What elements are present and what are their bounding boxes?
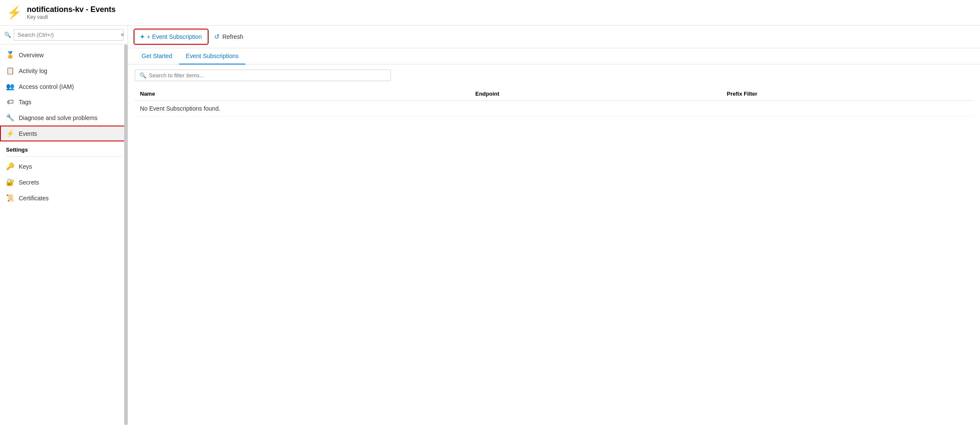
diagnose-icon: 🔧 — [6, 114, 15, 122]
filter-search-input[interactable] — [149, 72, 386, 79]
page-subtitle: Key vault — [27, 14, 116, 20]
sidebar-item-keys[interactable]: 🔑 Keys — [0, 158, 128, 174]
col-header-endpoint: Endpoint — [470, 87, 722, 101]
page-title: notifications-kv - Events — [27, 5, 116, 14]
settings-divider — [6, 156, 122, 157]
sidebar-scrollbar[interactable] — [124, 44, 128, 425]
sidebar-item-diagnose[interactable]: 🔧 Diagnose and solve problems — [0, 110, 128, 126]
sidebar-search-input[interactable] — [14, 29, 123, 41]
tags-icon: 🏷 — [6, 98, 15, 106]
subscriptions-table: Name Endpoint Prefix Filter No Event Sub… — [135, 87, 973, 117]
refresh-icon: ↺ — [214, 33, 220, 41]
table-header-row: Name Endpoint Prefix Filter — [135, 87, 973, 101]
toolbar: + + Event Subscription ↺ Refresh — [128, 26, 980, 48]
sidebar-item-access-control[interactable]: 👥 Access control (IAM) — [0, 79, 128, 94]
refresh-button[interactable]: ↺ Refresh — [209, 30, 248, 43]
content-area: + + Event Subscription ↺ Refresh Get Sta… — [128, 26, 980, 425]
page-header: ⚡ notifications-kv - Events Key vault — [0, 0, 980, 26]
sidebar-item-label: Overview — [19, 52, 44, 59]
tab-event-subscriptions-label: Event Subscriptions — [186, 53, 239, 59]
col-header-prefix-filter: Prefix Filter — [722, 87, 974, 101]
plus-icon: + — [140, 33, 144, 41]
refresh-label: Refresh — [222, 33, 243, 40]
sidebar-item-label: Events — [19, 130, 37, 137]
event-subscription-label: + Event Subscription — [147, 33, 202, 40]
tab-get-started[interactable]: Get Started — [135, 48, 179, 64]
sidebar-item-label: Certificates — [19, 195, 49, 202]
key-vault-icon: ⚡ — [7, 6, 22, 20]
certificates-icon: 📜 — [6, 194, 15, 202]
access-control-icon: 👥 — [6, 82, 15, 91]
search-icon: 🔍 — [4, 32, 11, 38]
activity-log-icon: 📋 — [6, 67, 15, 75]
keys-icon: 🔑 — [6, 162, 15, 170]
sidebar: 🔍 « 🏅 Overview 📋 Activity log 👥 Access — [0, 26, 128, 425]
sidebar-item-label: Diagnose and solve problems — [19, 114, 97, 121]
sidebar-item-label: Tags — [19, 99, 32, 106]
sidebar-item-label: Keys — [19, 163, 32, 170]
sidebar-item-tags[interactable]: 🏷 Tags — [0, 94, 128, 110]
sidebar-item-activity-log[interactable]: 📋 Activity log — [0, 63, 128, 79]
sidebar-item-overview[interactable]: 🏅 Overview — [0, 47, 128, 63]
filter-search-icon: 🔍 — [140, 72, 146, 79]
main-layout: 🔍 « 🏅 Overview 📋 Activity log 👥 Access — [0, 26, 980, 425]
events-icon: ⚡ — [6, 129, 15, 138]
sidebar-item-events[interactable]: ⚡ Events — [0, 126, 128, 141]
tab-event-subscriptions[interactable]: Event Subscriptions — [179, 48, 246, 64]
sidebar-nav: 🏅 Overview 📋 Activity log 👥 Access contr… — [0, 44, 128, 208]
tab-get-started-label: Get Started — [142, 53, 172, 59]
overview-icon: 🏅 — [6, 51, 15, 59]
table-area: 🔍 Name Endpoint Prefix Filter No Event S… — [128, 64, 980, 425]
empty-message: No Event Subscriptions found. — [135, 101, 973, 117]
sidebar-collapse-button[interactable]: « — [117, 29, 128, 39]
sidebar-search-container: 🔍 « — [0, 26, 128, 44]
secrets-icon: 🔐 — [6, 178, 15, 186]
sidebar-item-label: Secrets — [19, 179, 39, 186]
event-subscription-button[interactable]: + + Event Subscription — [135, 30, 207, 44]
sidebar-item-label: Activity log — [19, 67, 47, 74]
table-empty-row: No Event Subscriptions found. — [135, 101, 973, 117]
sidebar-item-certificates[interactable]: 📜 Certificates — [0, 190, 128, 206]
sidebar-item-label: Access control (IAM) — [19, 83, 74, 90]
tabs-bar: Get Started Event Subscriptions — [128, 48, 980, 64]
sidebar-item-secrets[interactable]: 🔐 Secrets — [0, 174, 128, 190]
settings-section-header: Settings — [0, 141, 128, 155]
filter-search-container: 🔍 — [135, 70, 391, 81]
col-header-name: Name — [135, 87, 470, 101]
